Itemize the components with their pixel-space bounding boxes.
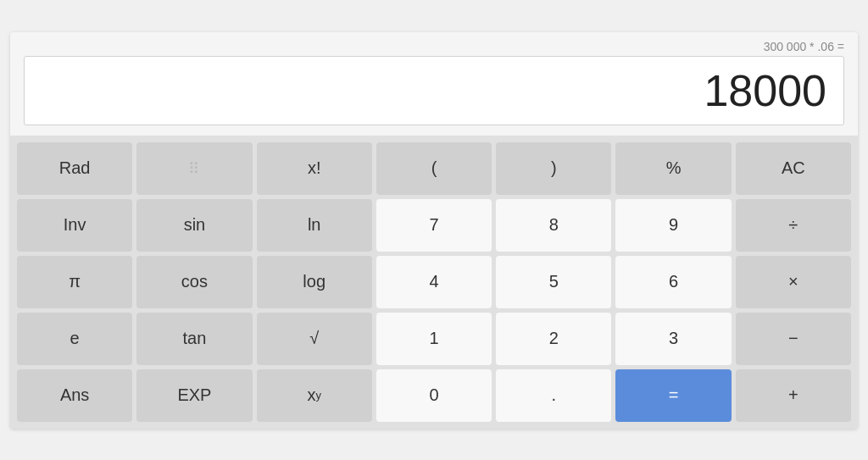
0-button[interactable]: 0 [376, 369, 492, 422]
4-button[interactable]: 4 [376, 256, 492, 308]
calculator: 300 000 * .06 = 18000 Rad⠿x!()%ACInvsinl… [10, 32, 858, 429]
1-button[interactable]: 1 [376, 313, 492, 365]
buttons-grid: Rad⠿x!()%ACInvsinln789÷πcoslog456×etan√1… [10, 136, 858, 429]
sin-button[interactable]: sin [136, 199, 252, 252]
tan-button[interactable]: tan [136, 313, 252, 365]
open-paren-button[interactable]: ( [376, 142, 492, 195]
factorial-button[interactable]: x! [257, 142, 372, 195]
7-button[interactable]: 7 [376, 199, 492, 252]
display-area: 300 000 * .06 = 18000 [10, 32, 858, 136]
exp-button[interactable]: EXP [136, 369, 252, 422]
decimal-button[interactable]: . [496, 369, 611, 422]
2-button[interactable]: 2 [496, 313, 611, 365]
8-button[interactable]: 8 [496, 199, 611, 252]
ln-button[interactable]: ln [257, 199, 372, 252]
expression-display: 300 000 * .06 = [24, 37, 844, 56]
equals-button[interactable]: = [615, 369, 731, 422]
dots-button[interactable]: ⠿ [136, 142, 252, 195]
rad-button[interactable]: Rad [17, 142, 132, 195]
6-button[interactable]: 6 [615, 256, 731, 308]
divide-button[interactable]: ÷ [736, 199, 851, 252]
power-button[interactable]: xy [257, 369, 372, 422]
result-display: 18000 [24, 56, 844, 125]
minus-button[interactable]: − [736, 313, 851, 365]
e-button[interactable]: e [17, 313, 132, 365]
5-button[interactable]: 5 [496, 256, 611, 308]
cos-button[interactable]: cos [136, 256, 252, 308]
ac-button[interactable]: AC [736, 142, 851, 195]
inv-button[interactable]: Inv [17, 199, 132, 252]
pi-button[interactable]: π [17, 256, 132, 308]
plus-button[interactable]: + [736, 369, 851, 422]
multiply-button[interactable]: × [736, 256, 851, 308]
log-button[interactable]: log [257, 256, 372, 308]
close-paren-button[interactable]: ) [496, 142, 611, 195]
sqrt-button[interactable]: √ [257, 313, 372, 365]
3-button[interactable]: 3 [615, 313, 731, 365]
percent-button[interactable]: % [615, 142, 731, 195]
ans-button[interactable]: Ans [17, 369, 132, 422]
9-button[interactable]: 9 [615, 199, 731, 252]
